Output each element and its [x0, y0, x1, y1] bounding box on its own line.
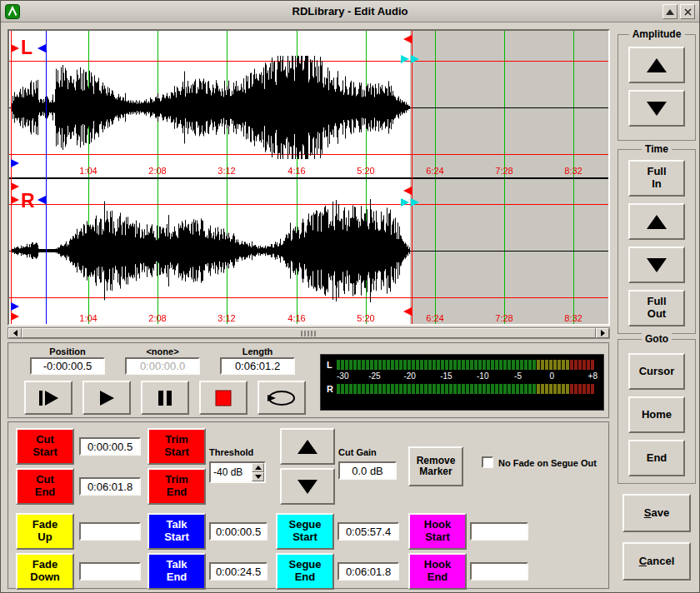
vu-segment — [341, 360, 344, 370]
vu-segment — [462, 360, 465, 370]
scroll-left-button[interactable] — [8, 328, 22, 338]
vu-segment — [353, 360, 357, 370]
cut-start-button[interactable]: Cut Start — [16, 428, 74, 465]
vu-segment — [478, 384, 482, 394]
threshold-down-button[interactable] — [252, 472, 264, 481]
segue-end-field[interactable]: 0:06:01.8 — [338, 562, 399, 581]
vu-segment — [432, 384, 436, 394]
vu-segment — [408, 384, 411, 394]
vu-segment — [582, 360, 586, 370]
trim-end-button[interactable]: Trim End — [148, 468, 206, 505]
vu-segment — [558, 384, 561, 394]
vu-segment — [370, 384, 373, 394]
vu-segment — [487, 384, 490, 394]
hook-start-button[interactable]: Hook Start — [408, 513, 467, 550]
pause-button[interactable] — [141, 381, 189, 415]
goto-group: Goto Cursor Home End — [618, 339, 696, 484]
fade-up-button[interactable]: Fade Up — [16, 513, 74, 550]
trim-start-button[interactable]: Trim Start — [148, 428, 206, 465]
goto-cursor-button[interactable]: Cursor — [628, 353, 685, 390]
save-button[interactable]: Save — [622, 494, 691, 532]
hook-end-button[interactable]: Hook End — [408, 553, 467, 590]
vu-scale: -30-25-20-15-10-50+8 — [337, 371, 598, 383]
segue-start-field[interactable]: 0:05:57.4 — [338, 522, 399, 541]
vu-segment — [437, 384, 440, 394]
vu-segment — [358, 384, 361, 394]
time-full-out-button[interactable]: Full Out — [628, 290, 685, 326]
play-from-start-button[interactable] — [24, 381, 72, 415]
gain-down-button[interactable] — [280, 468, 335, 505]
talk-end-button[interactable]: Talk End — [148, 553, 206, 590]
stop-button[interactable] — [199, 381, 248, 415]
fade-down-field[interactable] — [79, 562, 141, 581]
vu-segment — [387, 384, 390, 394]
vu-segment — [416, 384, 419, 394]
amplitude-up-button[interactable] — [628, 47, 685, 83]
cancel-button[interactable]: Cancel — [622, 542, 691, 581]
vu-segment — [545, 360, 548, 370]
vu-segment — [503, 360, 507, 370]
fade-down-button[interactable]: Fade Down — [16, 553, 74, 590]
vu-segment — [345, 384, 348, 394]
vu-segment — [458, 384, 461, 394]
time-zoom-out-button[interactable] — [628, 247, 685, 283]
hook-end-field[interactable] — [470, 562, 528, 581]
play-from-start-icon — [37, 389, 60, 407]
vu-segment — [345, 360, 348, 370]
time-full-in-button[interactable]: Full In — [628, 160, 685, 197]
vu-segment — [399, 360, 402, 370]
cut-start-field[interactable]: 0:00:00.5 — [79, 437, 141, 456]
amplitude-down-button[interactable] — [628, 90, 685, 127]
threshold-up-button[interactable] — [252, 463, 264, 472]
vu-segment — [508, 360, 511, 370]
loop-icon — [266, 388, 298, 408]
vu-segment — [378, 360, 382, 370]
no-fade-checkbox[interactable] — [482, 456, 493, 468]
talk-start-field[interactable]: 0:00:00.5 — [209, 522, 268, 541]
titlebar[interactable]: RDLibrary - Edit Audio — [1, 1, 699, 22]
segue-end-button[interactable]: Segue End — [276, 553, 334, 590]
cut-gain-label: Cut Gain — [338, 447, 397, 457]
vu-segment — [382, 360, 386, 370]
time-zoom-in-button[interactable] — [628, 203, 685, 240]
amplitude-group: Amplitude — [618, 34, 696, 141]
goto-end-button[interactable]: End — [628, 440, 685, 476]
scroll-right-button[interactable] — [596, 328, 609, 338]
shade-button[interactable] — [662, 4, 678, 19]
threshold-value[interactable]: -40 dB — [211, 463, 252, 481]
vu-segment — [424, 384, 428, 394]
marker-time-field: 0:00:00.0 — [125, 357, 200, 375]
vu-segment — [362, 384, 365, 394]
vu-segment — [578, 384, 582, 394]
play-button[interactable] — [82, 381, 131, 415]
goto-home-button[interactable]: Home — [628, 396, 685, 433]
remove-marker-button[interactable]: Remove Marker — [408, 446, 463, 486]
loop-button[interactable] — [258, 381, 306, 415]
vu-segment — [566, 360, 569, 370]
vu-segment — [374, 384, 378, 394]
segue-start-button[interactable]: Segue Start — [276, 513, 334, 550]
talk-end-field[interactable]: 0:00:24.5 — [209, 562, 268, 581]
scrollbar-thumb[interactable] — [22, 328, 596, 338]
cut-end-button[interactable]: Cut End — [16, 468, 74, 505]
threshold-spinbox[interactable]: -40 dB — [209, 461, 266, 483]
gain-up-icon — [298, 440, 318, 454]
scroll-right-icon — [601, 330, 605, 336]
hook-start-field[interactable] — [470, 522, 528, 541]
window-title: RDLibrary - Edit Audio — [1, 1, 699, 22]
vu-segment — [453, 384, 457, 394]
scroll-left-icon — [13, 330, 18, 336]
vu-segment — [399, 384, 402, 394]
vu-left-segments — [337, 360, 598, 370]
close-button[interactable] — [680, 4, 695, 19]
vu-segment — [466, 384, 469, 394]
cut-end-field[interactable]: 0:06:01.8 — [79, 477, 141, 496]
waveform-display[interactable] — [9, 31, 608, 324]
vu-segment — [537, 360, 540, 370]
fade-up-field[interactable] — [79, 522, 141, 541]
vu-scale-label: 0 — [549, 371, 554, 381]
talk-start-button[interactable]: Talk Start — [148, 513, 206, 550]
gain-up-button[interactable] — [280, 428, 335, 465]
vu-meter: L -30-25-20-15-10-50+8 R — [320, 354, 604, 411]
cut-gain-field[interactable]: 0.0 dB — [338, 461, 397, 480]
